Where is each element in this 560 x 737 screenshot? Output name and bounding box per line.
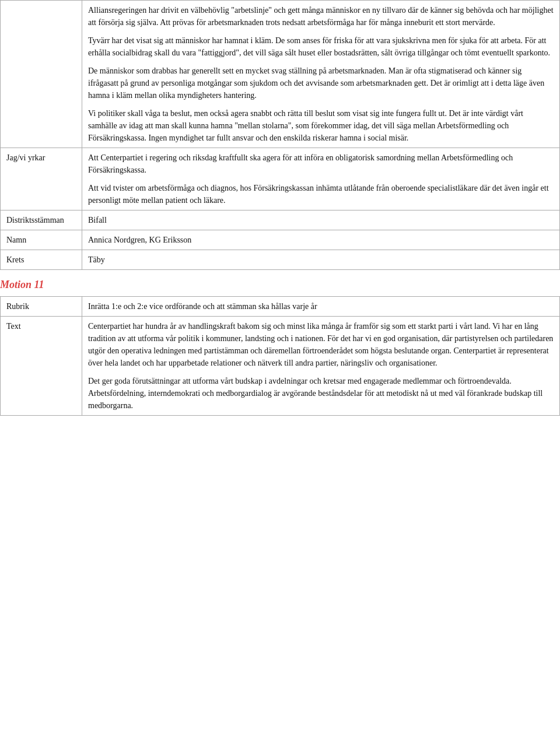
paragraph: Det ger goda förutsättningar att utforma… bbox=[88, 375, 554, 412]
paragraph: Annica Nordgren, KG Eriksson bbox=[88, 234, 554, 246]
table-row: DistriktsstämmanBifall bbox=[1, 210, 560, 230]
row-content: Täby bbox=[82, 250, 560, 270]
row-label bbox=[1, 1, 82, 148]
table-row: NamnAnnica Nordgren, KG Eriksson bbox=[1, 230, 560, 250]
page: Alliansregeringen har drivit en välbehöv… bbox=[0, 0, 560, 416]
row-content: Centerpartiet har hundra år av handlings… bbox=[82, 317, 560, 416]
paragraph: Bifall bbox=[88, 214, 554, 226]
paragraph: Tyvärr har det visat sig att människor h… bbox=[88, 34, 554, 59]
row-content: Alliansregeringen har drivit en välbehöv… bbox=[82, 1, 560, 148]
row-label: Krets bbox=[1, 250, 82, 270]
table-row: Jag/vi yrkarAtt Centerpartiet i regering… bbox=[1, 148, 560, 210]
row-content: Bifall bbox=[82, 210, 560, 230]
row-label: Distriktsstämman bbox=[1, 210, 82, 230]
row-content: Att Centerpartiet i regering och riksdag… bbox=[82, 148, 560, 210]
table-row: KretsTäby bbox=[1, 250, 560, 270]
paragraph: Centerpartiet har hundra år av handlings… bbox=[88, 320, 554, 369]
motion11-heading: Motion 11 bbox=[0, 270, 560, 296]
paragraph: Inrätta 1:e och 2:e vice ordförande och … bbox=[88, 300, 554, 313]
row-content: Inrätta 1:e och 2:e vice ordförande och … bbox=[82, 297, 560, 317]
paragraph: Vi politiker skall våga ta beslut, men o… bbox=[88, 107, 554, 144]
table-row: TextCenterpartiet har hundra år av handl… bbox=[1, 317, 560, 416]
paragraph: Täby bbox=[88, 254, 554, 266]
row-label: Text bbox=[1, 317, 82, 416]
paragraph: De människor som drabbas har generellt s… bbox=[88, 65, 554, 101]
paragraph: Att vid tvister om arbetsförmåga och dia… bbox=[88, 182, 554, 206]
table-row: Alliansregeringen har drivit en välbehöv… bbox=[1, 1, 560, 148]
paragraph: Att Centerpartiet i regering och riksdag… bbox=[88, 152, 554, 176]
row-content: Annica Nordgren, KG Eriksson bbox=[82, 230, 560, 250]
previous-motion-table: Alliansregeringen har drivit en välbehöv… bbox=[0, 0, 560, 270]
table-row: RubrikInrätta 1:e och 2:e vice ordförand… bbox=[1, 297, 560, 317]
row-label: Rubrik bbox=[1, 297, 82, 317]
row-label: Jag/vi yrkar bbox=[1, 148, 82, 210]
motion11-table: RubrikInrätta 1:e och 2:e vice ordförand… bbox=[0, 296, 560, 416]
row-label: Namn bbox=[1, 230, 82, 250]
paragraph: Alliansregeringen har drivit en välbehöv… bbox=[88, 4, 554, 29]
